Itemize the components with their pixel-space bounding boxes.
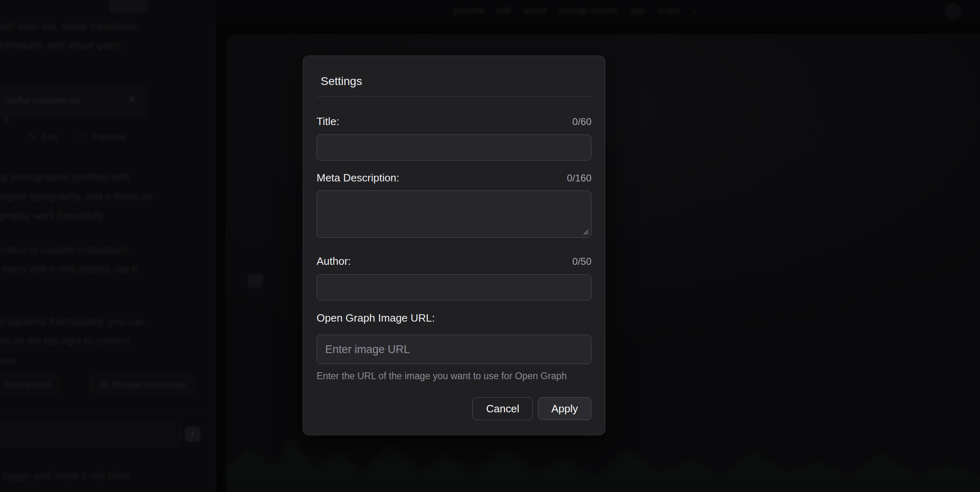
apply-button[interactable]: Apply [538, 397, 591, 420]
og-image-field-head: Open Graph Image URL: [317, 312, 591, 324]
meta-description-label: Meta Description: [317, 172, 399, 184]
author-field-label: Author: [317, 255, 351, 268]
title-char-counter: 0/60 [572, 116, 591, 127]
meta-description-char-counter: 0/160 [567, 172, 591, 184]
author-input[interactable] [317, 274, 591, 300]
modal-title: Settings [321, 75, 591, 88]
resize-handle-icon[interactable] [582, 228, 589, 236]
modal-divider [317, 96, 591, 96]
author-field-head: Author: 0/50 [317, 255, 591, 268]
meta-description-textarea[interactable] [317, 190, 591, 238]
settings-modal: Settings Title: 0/60 Meta Description: 0… [303, 56, 605, 435]
meta-description-wrap [317, 190, 591, 238]
og-image-url-input[interactable] [317, 335, 591, 364]
modal-button-row: Cancel Apply [317, 397, 591, 420]
title-field-head: Title: 0/60 [317, 115, 591, 128]
title-field-label: Title: [317, 115, 339, 128]
meta-description-field-head: Meta Description: 0/160 [317, 172, 591, 184]
author-char-counter: 0/50 [572, 256, 591, 267]
title-input[interactable] [317, 134, 591, 161]
cancel-button[interactable]: Cancel [472, 397, 533, 420]
og-image-helper-text: Enter the URL of the image you want to u… [317, 371, 591, 382]
og-image-url-label: Open Graph Image URL: [317, 312, 435, 324]
